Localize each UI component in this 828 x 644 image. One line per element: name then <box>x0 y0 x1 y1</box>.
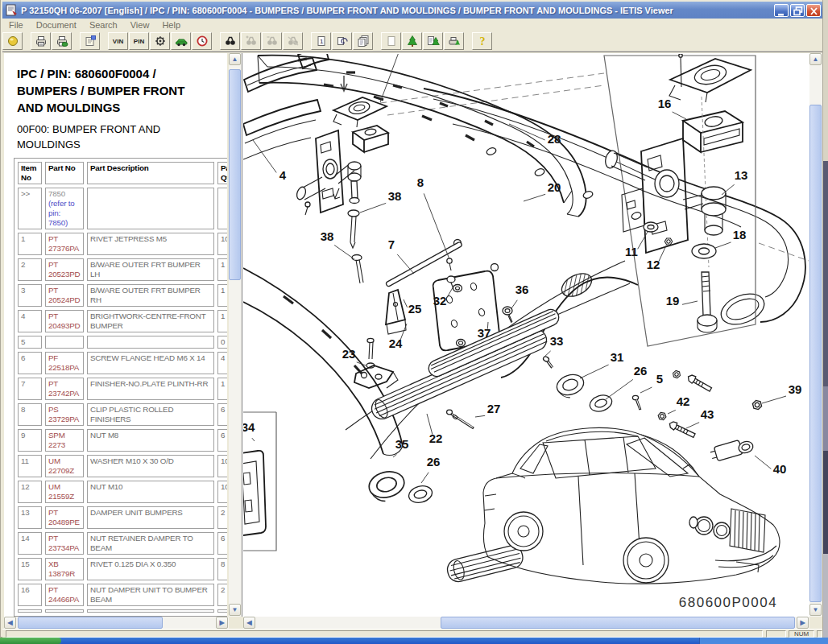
part-no-cell <box>45 609 84 613</box>
callout-16: 16 <box>658 97 672 110</box>
database-icon <box>6 35 19 47</box>
right-horizontal-scrollbar[interactable]: ◀ ▶ <box>243 617 809 630</box>
scroll-right-button[interactable]: ▶ <box>216 617 228 629</box>
document-tree-button[interactable] <box>423 32 443 50</box>
callout-39: 39 <box>789 382 802 396</box>
part-no-cell: PT27376PA <box>45 233 84 255</box>
page-subtitle: 00F00: BUMPER FRONT AND MOULDINGS <box>17 122 188 152</box>
callout-33: 33 <box>550 334 564 348</box>
minimize-button[interactable] <box>774 4 789 17</box>
part-qty-cell: 8 <box>217 558 227 580</box>
part-no-cell <box>45 336 84 349</box>
callout-20: 20 <box>548 180 561 194</box>
previous-document-button[interactable] <box>332 32 352 50</box>
find-cancel-button[interactable] <box>283 32 303 50</box>
properties-icon <box>84 35 97 47</box>
menu-item-document[interactable]: Document <box>30 19 83 31</box>
plinth-support-wedge <box>386 290 406 334</box>
part-description-cell: NUT M8 <box>87 429 214 452</box>
close-button[interactable] <box>806 4 821 17</box>
table-row: 13PT20489PEDAMPER UNIT BUMPERS2 <box>18 506 227 529</box>
gear-button[interactable] <box>150 32 170 50</box>
svg-text:1: 1 <box>320 38 324 45</box>
database-button[interactable] <box>2 32 23 50</box>
part-description-cell: NUT DAMPER UNIT TO BUMPER BEAM <box>87 584 214 606</box>
left-horizontal-scrollbar[interactable]: ◀ ▶ <box>4 617 229 630</box>
part-qty-cell: 1 <box>217 284 227 307</box>
help-button[interactable]: ? <box>472 32 492 50</box>
callout-27: 27 <box>487 402 501 415</box>
menu-item-search[interactable]: Search <box>83 19 124 31</box>
sensor-40 <box>710 436 755 462</box>
part-no-cell: PT20493PD <box>45 310 84 332</box>
gear-icon <box>154 35 167 47</box>
part-no-cell: PT23734PA <box>45 532 84 555</box>
callout-43: 43 <box>701 407 714 421</box>
document-history-icon <box>357 35 370 47</box>
windows-taskbar[interactable] <box>0 638 828 644</box>
part-no-cell: PT23742PA <box>45 378 84 400</box>
find-button[interactable] <box>220 32 240 50</box>
title-bar[interactable]: P 32150QH 06-2007 [English] / IPC / PIN:… <box>2 2 822 19</box>
start-button[interactable] <box>0 638 61 644</box>
callout-11: 11 <box>625 245 638 258</box>
table-row: 15XB13879RRIVET 0.125 DIA X 0.3508 <box>18 558 227 580</box>
menu-bar: FileDocumentSearchViewHelp <box>2 19 822 31</box>
print-button[interactable] <box>31 32 51 50</box>
table-row: 3PT20524PDB/WARE OUTER FRT BUMPER RH1 <box>18 284 227 307</box>
properties-button[interactable] <box>80 32 100 50</box>
system-tray <box>699 638 828 644</box>
callout-13: 13 <box>735 168 748 182</box>
find-previous-button[interactable] <box>262 32 282 50</box>
vehicle-button[interactable] <box>171 32 191 50</box>
part-no-cell: PS23729PA <box>45 403 84 426</box>
item-no-cell <box>18 609 42 613</box>
menu-item-help[interactable]: Help <box>155 19 187 31</box>
vin-button[interactable]: VIN <box>108 32 128 50</box>
svg-text:?: ? <box>479 35 485 47</box>
callout-28: 28 <box>548 132 561 146</box>
part-description-cell: B/WARE OUTER FRT BUMPER RH <box>87 284 214 307</box>
part-qty-cell: 6 <box>217 429 227 452</box>
scroll-left-button[interactable]: ◀ <box>243 617 255 629</box>
print-graphic-button[interactable] <box>52 32 72 50</box>
item-no-cell: 16 <box>18 584 42 606</box>
scroll-right-button[interactable]: ▶ <box>797 617 809 629</box>
callout-19: 19 <box>666 294 680 308</box>
scroll-up-button[interactable]: ▲ <box>809 53 822 65</box>
callout-18: 18 <box>733 228 747 242</box>
find-next-button[interactable] <box>241 32 261 50</box>
part-no-cell: UM21559Z <box>45 481 84 503</box>
menu-item-file[interactable]: File <box>2 19 30 31</box>
first-document-icon: 1 <box>315 35 328 47</box>
scroll-left-button[interactable]: ◀ <box>4 617 16 629</box>
tree-button[interactable] <box>402 32 422 50</box>
app-icon <box>6 4 19 17</box>
restore-button[interactable] <box>790 4 805 17</box>
document-history-button[interactable] <box>353 32 373 50</box>
callout-25: 25 <box>408 302 422 316</box>
part-description-cell: SCREW FLANGE HEAD M6 X 14 <box>87 352 214 374</box>
part-qty-cell: 10 <box>217 233 227 255</box>
bolt-43b <box>686 374 713 393</box>
scroll-up-button[interactable]: ▲ <box>229 53 241 65</box>
left-vertical-scrollbar[interactable]: ▲ ▼ <box>229 53 242 617</box>
pin-button[interactable]: PIN <box>129 32 149 50</box>
clip-23 <box>354 365 398 388</box>
callout-37: 37 <box>478 326 491 340</box>
menu-item-view[interactable]: View <box>124 19 156 31</box>
item-no-cell: 8 <box>18 403 42 426</box>
part-qty-cell: 10 <box>217 455 227 477</box>
history-clock-button[interactable] <box>192 32 212 50</box>
scroll-down-button[interactable]: ▼ <box>809 604 822 616</box>
print-tree-button[interactable] <box>444 32 464 50</box>
part-no-cell: UM22709Z <box>45 455 84 477</box>
pin-reference-link[interactable]: (refer to pin: 7850) <box>48 199 75 227</box>
scroll-down-button[interactable]: ▼ <box>229 604 241 616</box>
right-vertical-scrollbar[interactable]: ▲ ▼ <box>809 53 822 617</box>
blank-document-button[interactable] <box>381 32 401 50</box>
bolt-8 <box>447 258 452 270</box>
desktop-edge <box>823 0 828 638</box>
part-no-cell: SPM2273 <box>45 429 84 452</box>
first-document-button[interactable]: 1 <box>311 32 331 50</box>
